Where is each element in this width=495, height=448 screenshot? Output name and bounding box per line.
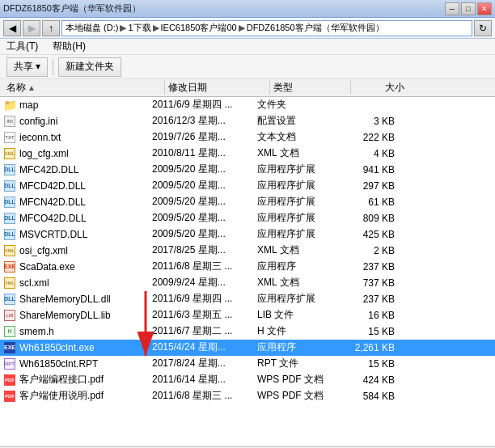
table-row[interactable]: TXT ieconn.txt 2019/7/26 星期... 文本文档 222 …	[0, 129, 495, 146]
file-list[interactable]: 📁 map 2011/6/9 星期四 ... 文件夹 INI config.in…	[0, 97, 495, 446]
file-date-cell: 2011/6/9 星期四 ...	[152, 292, 257, 306]
file-size-cell: 4 KB	[338, 148, 395, 159]
file-size-cell: 584 KB	[338, 391, 395, 402]
up-button[interactable]: ↑	[42, 20, 60, 36]
table-row[interactable]: DLL ShareMemoryDLL.dll 2011/6/9 星期四 ... …	[0, 291, 495, 307]
file-type-cell: 应用程序扩展	[257, 292, 338, 306]
file-name-text: MFCN42D.DLL	[19, 197, 86, 208]
file-icon: INI	[3, 115, 16, 128]
file-date-cell: 2011/6/3 星期五 ...	[152, 308, 257, 322]
file-icon: DLL	[3, 293, 16, 306]
table-row[interactable]: DLL MFCD42D.DLL 2009/5/20 星期... 应用程序扩展 2…	[0, 178, 495, 194]
table-row[interactable]: XML log_cfg.xml 2010/8/11 星期... XML 文档 4…	[0, 146, 495, 162]
menu-help[interactable]: 帮助(H)	[49, 40, 89, 53]
refresh-button[interactable]: ↻	[474, 20, 492, 36]
file-name-cell: H smem.h	[3, 325, 152, 338]
file-icon: PDF	[3, 390, 16, 403]
col-header-date[interactable]: 修改日期	[165, 81, 270, 95]
file-size-cell: 222 KB	[338, 132, 395, 143]
file-name-cell: TXT ieconn.txt	[3, 131, 152, 144]
address-path[interactable]: 本地磁盘 (D:) ▶ 1下载 ▶ IEC61850客户端00 ▶ DFDZ61…	[61, 20, 472, 36]
file-icon: PDF	[3, 374, 16, 387]
col-header-type[interactable]: 类型	[270, 81, 351, 95]
path-sep-1: ▶	[153, 23, 159, 33]
table-row[interactable]: DLL MFC42D.DLL 2009/5/20 星期... 应用程序扩展 94…	[0, 162, 495, 178]
file-size-cell: 61 KB	[338, 197, 395, 208]
file-name-cell: DLL MFCD42D.DLL	[3, 180, 152, 192]
file-type-cell: WPS PDF 文档	[257, 373, 338, 387]
table-row[interactable]: LIB ShareMemoryDLL.lib 2011/6/3 星期五 ... …	[0, 307, 495, 323]
table-row[interactable]: H smem.h 2011/6/7 星期二 ... H 文件 15 KB	[0, 323, 495, 340]
col-header-size[interactable]: 大小	[351, 81, 408, 95]
table-row[interactable]: INI config.ini 2016/12/3 星期... 配置设置 3 KB	[0, 113, 495, 129]
file-size-cell: 941 KB	[338, 164, 395, 175]
file-icon: DLL	[3, 228, 16, 241]
share-button[interactable]: 共享 ▾	[6, 57, 48, 77]
forward-button[interactable]: ▶	[23, 20, 40, 36]
file-name-text: map	[19, 99, 38, 111]
back-button[interactable]: ◀	[3, 20, 21, 36]
file-name-text: osi_cfg.xml	[19, 245, 68, 256]
file-icon: DLL	[3, 163, 16, 176]
table-row[interactable]: PDF 客户端编程接口.pdf 2011/6/14 星期... WPS PDF …	[0, 372, 495, 388]
minimize-button[interactable]: ─	[445, 2, 459, 15]
file-date-cell: 2009/5/20 星期...	[152, 211, 257, 225]
table-row[interactable]: PDF 客户端使用说明.pdf 2011/6/8 星期三 ... WPS PDF…	[0, 388, 495, 404]
table-row[interactable]: 📁 map 2011/6/9 星期四 ... 文件夹	[0, 97, 495, 113]
table-row[interactable]: DLL MFCN42D.DLL 2009/5/20 星期... 应用程序扩展 6…	[0, 194, 495, 210]
file-icon: XML	[3, 277, 16, 290]
file-size-cell: 237 KB	[338, 261, 395, 273]
file-size-cell: 3 KB	[338, 116, 395, 127]
file-name-text: log_cfg.xml	[19, 148, 69, 159]
file-name-cell: DLL MFC42D.DLL	[3, 163, 152, 176]
toolbar: 共享 ▾ 新建文件夹	[0, 55, 495, 79]
file-name-text: Wh61850clnt.RPT	[19, 358, 98, 370]
file-name-cell: PDF 客户端编程接口.pdf	[3, 373, 152, 387]
file-size-cell: 237 KB	[338, 294, 395, 305]
maximize-button[interactable]: □	[461, 2, 476, 15]
file-type-cell: H 文件	[257, 324, 338, 338]
menu-tools[interactable]: 工具(T)	[3, 40, 41, 53]
path-seg-0: 本地磁盘 (D:)	[66, 22, 118, 34]
file-name-text: MSVCRTD.DLL	[19, 229, 87, 240]
file-type-cell: XML 文档	[257, 276, 338, 290]
close-button[interactable]: ✕	[477, 2, 492, 15]
file-name-cell: PDF 客户端使用说明.pdf	[3, 389, 152, 403]
file-size-cell: 297 KB	[338, 180, 395, 192]
title-text: DFDZ61850客户端（华军软件园）	[3, 2, 445, 15]
file-area: 名称 ▲ 修改日期 类型 大小 📁 map 2011/6/9 星期四 ... 文…	[0, 79, 495, 446]
file-date-cell: 2016/12/3 星期...	[152, 114, 257, 128]
file-date-cell: 2017/8/25 星期...	[152, 243, 257, 257]
file-date-cell: 2011/6/9 星期四 ...	[152, 98, 257, 112]
path-sep-0: ▶	[120, 23, 126, 33]
table-row[interactable]: EXE Wh61850clnt.exe 2015/4/24 星期... 应用程序…	[0, 340, 495, 356]
col-header-name[interactable]: 名称 ▲	[3, 81, 165, 95]
file-icon: H	[3, 325, 16, 338]
menu-bar: 工具(T) 帮助(H)	[0, 39, 495, 55]
file-type-cell: 文件夹	[257, 98, 338, 112]
file-type-cell: 应用程序扩展	[257, 163, 338, 176]
path-sep-2: ▶	[239, 23, 245, 33]
toolbar-divider	[53, 59, 53, 75]
table-row[interactable]: DLL MSVCRTD.DLL 2009/5/20 星期... 应用程序扩展 4…	[0, 226, 495, 243]
file-icon: TXT	[3, 131, 16, 144]
file-date-cell: 2019/7/26 星期...	[152, 130, 257, 144]
table-row[interactable]: XML osi_cfg.xml 2017/8/25 星期... XML 文档 2…	[0, 243, 495, 259]
table-row[interactable]: RPT Wh61850clnt.RPT 2017/8/24 星期... RPT …	[0, 356, 495, 372]
table-row[interactable]: EXE ScaData.exe 2011/6/8 星期三 ... 应用程序 23…	[0, 259, 495, 275]
file-type-cell: RPT 文件	[257, 357, 338, 370]
table-row[interactable]: DLL MFCO42D.DLL 2009/5/20 星期... 应用程序扩展 8…	[0, 210, 495, 226]
file-size-cell: 737 KB	[338, 277, 395, 289]
file-icon: XML	[3, 147, 16, 160]
file-size-cell: 809 KB	[338, 213, 395, 224]
new-folder-button[interactable]: 新建文件夹	[58, 57, 121, 77]
table-row[interactable]: XML scl.xml 2009/9/24 星期... XML 文档 737 K…	[0, 275, 495, 291]
file-date-cell: 2017/8/24 星期...	[152, 357, 257, 370]
file-name-cell: EXE Wh61850clnt.exe	[3, 341, 152, 354]
file-size-cell: 2,261 KB	[338, 342, 395, 353]
file-date-cell: 2009/5/20 星期...	[152, 227, 257, 241]
file-type-cell: WPS PDF 文档	[257, 389, 338, 403]
file-name-cell: DLL ShareMemoryDLL.dll	[3, 293, 152, 306]
file-name-text: MFCO42D.DLL	[19, 213, 87, 224]
file-date-cell: 2009/5/20 星期...	[152, 179, 257, 192]
